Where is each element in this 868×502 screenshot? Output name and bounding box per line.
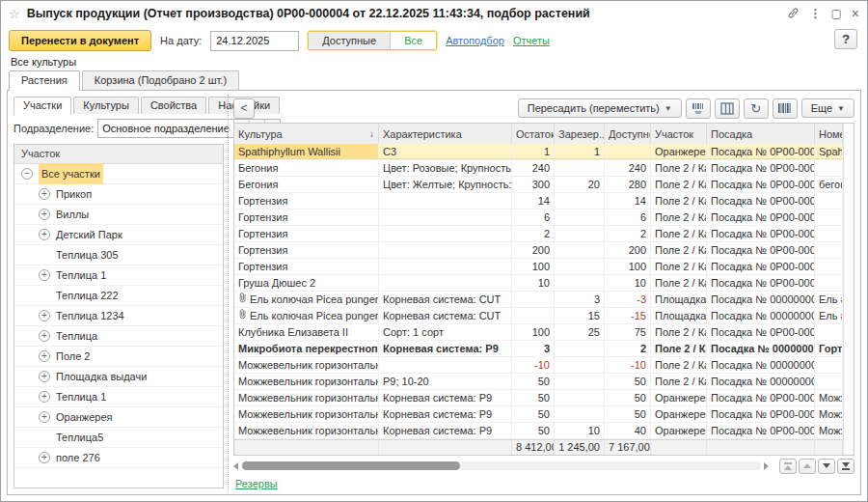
panel-splitter[interactable] (226, 91, 231, 494)
cell[interactable]: Гортензия (234, 209, 379, 225)
cell[interactable]: 10 (605, 275, 651, 291)
expand-icon[interactable]: + (39, 310, 50, 321)
cell[interactable]: Посадка № 0Р00-00003... (707, 259, 815, 274)
column-header-7[interactable]: Посадка (707, 124, 815, 144)
cell[interactable]: Корневая система: P9 (379, 423, 512, 438)
cell[interactable] (379, 357, 512, 373)
expand-icon[interactable]: + (39, 452, 50, 463)
cell[interactable]: Поле 2 / Кар... (651, 324, 707, 340)
expand-icon[interactable]: + (39, 350, 50, 362)
table-row[interactable]: Ель колючая Picea pungens Hoo...Корневая… (234, 308, 843, 324)
cell[interactable]: Корневая система: P9 (379, 406, 512, 422)
cell[interactable] (815, 324, 843, 340)
tree-item[interactable]: −Все участки (14, 164, 223, 184)
toggle-option-all[interactable]: Все (391, 32, 436, 49)
cell[interactable]: Можжевельник горизонтальный Juni... (234, 423, 379, 438)
tree-item[interactable]: +Теплица 1 (14, 387, 223, 407)
cell[interactable]: 50 (605, 374, 651, 389)
cell[interactable]: 50 (605, 406, 651, 422)
left-tab-0[interactable]: Участки (14, 97, 71, 115)
tree-item[interactable]: +Теплица 222 (14, 286, 223, 306)
cell[interactable]: Гортензия (234, 242, 379, 258)
cell[interactable]: Spathiphyllum Wallisii (234, 144, 379, 159)
cell[interactable] (555, 357, 605, 373)
cell[interactable] (815, 160, 843, 176)
cell[interactable]: Поле 2 / Кар... (651, 341, 707, 356)
expand-icon[interactable]: + (39, 411, 50, 423)
collapse-icon[interactable]: − (21, 168, 33, 180)
cell[interactable]: Можжевельник горизонтальный Juni... (234, 374, 379, 389)
cell[interactable]: Поле 2 / Кар... (651, 177, 707, 192)
table-row[interactable]: Гортензия200200Поле 2 / Кар...Посадка № … (234, 242, 843, 259)
go-last-row-button[interactable] (837, 459, 854, 474)
cell[interactable]: 100 (512, 324, 555, 340)
cell[interactable] (815, 374, 843, 389)
cell[interactable] (815, 209, 843, 225)
cell[interactable]: Корневая система: CUT (379, 308, 512, 323)
close-icon[interactable]: × (852, 7, 859, 20)
cell[interactable]: 25 (555, 324, 605, 340)
cell[interactable]: 15 (555, 308, 605, 323)
table-row[interactable]: Можжевельник горизонтальный Juni...Корне… (234, 406, 843, 423)
cell[interactable]: Посадка № 000000000... (707, 292, 815, 307)
cell[interactable]: Посадка № 0Р00-00005... (707, 390, 815, 405)
cell[interactable]: 2 (512, 226, 555, 241)
cell[interactable]: 10 (512, 275, 555, 291)
tree-item[interactable]: +поле 276 (14, 448, 223, 468)
cell[interactable]: Бегония (234, 177, 379, 192)
cell[interactable]: Цвет: Розовые; Крупность: Прям... (379, 160, 512, 176)
go-next-row-button[interactable] (818, 459, 835, 474)
tree-item[interactable]: +Детский Парк (14, 225, 223, 245)
table-row[interactable]: Гортензия1414Поле 2 / Кар...Посадка № 0Р… (234, 193, 843, 209)
reserves-link[interactable]: Резервы (235, 478, 278, 489)
main-tab-0[interactable]: Растения (9, 70, 80, 91)
cell[interactable]: Оранжерея ... (651, 390, 707, 405)
cell[interactable]: Поле 2 / Кар... (651, 275, 707, 291)
cell[interactable]: Посадка № 000000000... (707, 374, 815, 389)
table-row[interactable]: БегонияЦвет: Желтые; Крупность: Откло...… (234, 177, 843, 193)
date-input[interactable] (210, 31, 299, 51)
cell[interactable]: Ель колючая Picea pungens Hoo... (234, 292, 379, 307)
cell[interactable] (555, 259, 605, 274)
cell[interactable]: Можжеве (815, 390, 843, 405)
cell[interactable]: 240 (512, 160, 555, 176)
cell[interactable]: -3 (605, 292, 651, 307)
cell[interactable]: Гортензия (815, 341, 843, 356)
cell[interactable]: 14 (512, 193, 555, 209)
cell[interactable]: бегония го (815, 177, 843, 192)
cell[interactable]: 20 (555, 177, 605, 192)
expand-icon[interactable]: + (39, 371, 50, 382)
cell[interactable]: Посадка № 0Р00-00008... (707, 406, 815, 422)
cell[interactable]: Оранжерея ... (651, 423, 707, 438)
cell[interactable]: -10 (512, 357, 555, 373)
table-row[interactable]: Можжевельник горизонтальный Juni...Корне… (234, 423, 843, 439)
cell[interactable]: Поле 2 / Кар... (651, 160, 707, 176)
cell[interactable] (815, 275, 843, 291)
reports-link[interactable]: Отчеты (513, 35, 550, 46)
table-row[interactable]: Можжевельник горизонтальный Juni...-10-1… (234, 357, 843, 374)
toggle-option-available[interactable]: Доступные (309, 32, 391, 49)
cell[interactable]: 50 (605, 390, 651, 405)
tree-item[interactable]: +Прикоп (14, 184, 223, 205)
cell[interactable]: Клубника Елизавета II (234, 324, 379, 340)
table-row[interactable]: Можжевельник горизонтальный Juni...Корне… (234, 390, 843, 406)
cell[interactable]: Сорт: 1 сорт (379, 324, 512, 340)
help-button[interactable]: ? (834, 29, 857, 49)
expand-icon[interactable]: + (39, 209, 50, 220)
cell[interactable]: Посадка № 0Р00-00006... (707, 144, 815, 159)
scrollbar-thumb[interactable] (242, 461, 460, 470)
barcode-scanner-icon[interactable] (686, 98, 711, 119)
cell[interactable]: Посадка № 0Р00-00004... (707, 193, 815, 209)
cell[interactable]: Посадка № 0Р00-00008... (707, 423, 815, 438)
cell[interactable]: Ель # кол (815, 292, 843, 307)
cell[interactable]: Посадка № 0Р00-00004... (707, 177, 815, 192)
cell[interactable] (379, 209, 512, 225)
cell[interactable]: 40 (605, 423, 651, 438)
cell[interactable]: Корневая система: CUT (379, 292, 512, 307)
cell[interactable] (815, 259, 843, 274)
tree-item[interactable]: +Поле 2 (14, 347, 223, 367)
cell[interactable] (555, 193, 605, 209)
cell[interactable]: Посадка № 000000000... (707, 357, 815, 373)
cell[interactable]: Груша Дюшес 2 (234, 275, 379, 291)
column-settings-icon[interactable] (715, 98, 740, 119)
